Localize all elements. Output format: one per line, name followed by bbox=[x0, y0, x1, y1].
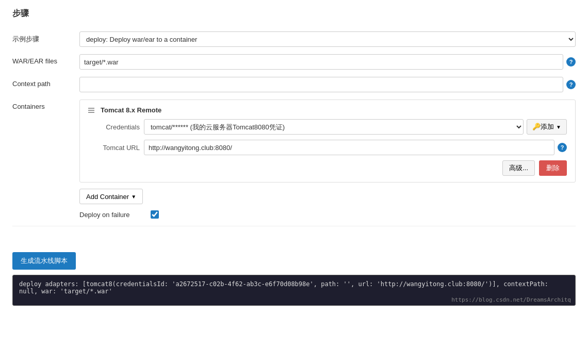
advanced-button[interactable]: 高级... bbox=[502, 160, 535, 176]
context-path-help-icon[interactable]: ? bbox=[566, 80, 576, 89]
example-step-row: 示例步骤 deploy: Deploy war/ear to a contain… bbox=[12, 31, 576, 47]
delete-button[interactable]: 删除 bbox=[539, 160, 567, 176]
generate-button[interactable]: 生成流水线脚本 bbox=[12, 252, 76, 270]
deploy-failure-checkbox-wrap bbox=[151, 210, 159, 219]
credentials-row: Credentials tomcat/****** (我的云服务器Tomcat8… bbox=[88, 119, 567, 135]
deploy-failure-label: Deploy on failure bbox=[79, 211, 146, 219]
tomcat-url-help-icon[interactable]: ? bbox=[558, 143, 567, 152]
tomcat-url-control: ? bbox=[144, 140, 567, 155]
container-card: Tomcat 8.x Remote Credentials tomcat/***… bbox=[79, 100, 576, 183]
code-url: https://blog.csdn.net/DreamsArchitq bbox=[451, 296, 571, 303]
add-container-label: Add Container bbox=[86, 193, 129, 201]
context-path-row: Context path ? bbox=[12, 77, 576, 92]
containers-label: Containers bbox=[12, 100, 79, 110]
war-ear-help-icon[interactable]: ? bbox=[566, 57, 576, 67]
tomcat-url-row: Tomcat URL ? bbox=[88, 140, 567, 155]
page-container: 步骤 示例步骤 deploy: Deploy war/ear to a cont… bbox=[0, 0, 588, 314]
containers-row: Containers Tomcat 8.x Remote Credentials bbox=[12, 100, 576, 219]
add-container-wrap: Add Container ▼ bbox=[79, 189, 576, 204]
credentials-label: Credentials bbox=[88, 123, 140, 131]
drag-handle[interactable] bbox=[88, 108, 94, 113]
example-step-select[interactable]: deploy: Deploy war/ear to a container bbox=[79, 31, 576, 47]
deploy-failure-row: Deploy on failure bbox=[79, 210, 576, 219]
code-output: deploy adapters: [tomcat8(credentialsId:… bbox=[12, 275, 576, 306]
container-card-title: Tomcat 8.x Remote bbox=[101, 106, 161, 114]
add-container-dropdown-arrow: ▼ bbox=[131, 194, 136, 200]
container-box: Tomcat 8.x Remote Credentials tomcat/***… bbox=[79, 100, 576, 219]
example-step-control: deploy: Deploy war/ear to a container bbox=[79, 31, 576, 47]
context-path-control: ? bbox=[79, 77, 576, 92]
section-title: 步骤 bbox=[12, 8, 576, 23]
add-container-button[interactable]: Add Container ▼ bbox=[79, 189, 143, 204]
war-ear-label: WAR/EAR files bbox=[12, 54, 79, 65]
context-path-label: Context path bbox=[12, 77, 79, 88]
tomcat-url-label: Tomcat URL bbox=[88, 144, 140, 152]
war-ear-row: WAR/EAR files ? bbox=[12, 54, 576, 70]
card-actions: 高级... 删除 bbox=[88, 160, 567, 176]
war-ear-input[interactable] bbox=[79, 54, 563, 70]
context-path-input[interactable] bbox=[79, 77, 563, 92]
add-credential-dropdown-arrow: ▼ bbox=[556, 124, 561, 130]
add-credential-button[interactable]: 🔑添加 ▼ bbox=[527, 119, 567, 135]
divider bbox=[12, 226, 576, 226]
example-step-label: 示例步骤 bbox=[12, 31, 79, 44]
war-ear-control: ? bbox=[79, 54, 576, 70]
add-credential-label: 🔑添加 bbox=[532, 122, 554, 131]
deploy-failure-checkbox[interactable] bbox=[151, 210, 159, 219]
credentials-select[interactable]: tomcat/****** (我的云服务器Tomcat8080凭证) bbox=[144, 119, 524, 135]
container-card-header: Tomcat 8.x Remote bbox=[88, 106, 567, 114]
credentials-control: tomcat/****** (我的云服务器Tomcat8080凭证) 🔑添加 ▼ bbox=[144, 119, 567, 135]
tomcat-url-input[interactable] bbox=[144, 140, 554, 155]
code-text: deploy adapters: [tomcat8(credentialsId:… bbox=[19, 280, 548, 295]
